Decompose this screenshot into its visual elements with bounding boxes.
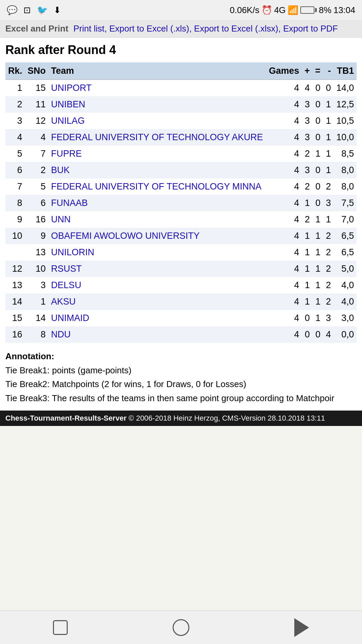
cell-team[interactable]: NDU [48, 326, 266, 343]
cell-plus: 3 [302, 113, 312, 129]
cell-rk: 9 [5, 211, 25, 228]
cell-sno: 3 [25, 277, 48, 293]
cell-rk: 15 [5, 310, 25, 326]
cell-games: 4 [266, 162, 302, 178]
col-sno: SNo [25, 62, 48, 80]
footer-brand: Chess-Tournament-Results-Server [5, 414, 126, 422]
cell-rk: 5 [5, 146, 25, 162]
cell-minus: 3 [323, 195, 334, 211]
table-row: 3 12 UNILAG 4 3 0 1 10,5 [5, 113, 357, 129]
status-icons: 💬 ⊡ 🐦 ⬇ [7, 5, 61, 15]
speed-indicator: 0.06K/s [230, 5, 259, 15]
cell-team[interactable]: FEDERAL UNIVERSITY OF TECHNOLOGY MINNA [48, 178, 266, 195]
cell-team[interactable]: FUNAAB [48, 195, 266, 211]
table-row: 5 7 FUPRE 4 2 1 1 8,5 [5, 146, 357, 162]
cell-sno: 7 [25, 146, 48, 162]
cell-games: 4 [266, 80, 302, 97]
battery-icon [300, 6, 317, 14]
cell-tb1: 8,0 [334, 178, 357, 195]
cell-equals: 0 [312, 178, 323, 195]
alarm-icon: ⏰ [261, 5, 272, 15]
cell-equals: 1 [312, 293, 323, 310]
cell-minus: 2 [323, 277, 334, 293]
cell-sno: 9 [25, 228, 48, 244]
table-row: 14 1 AKSU 4 1 1 2 4,0 [5, 293, 357, 310]
cell-equals: 1 [312, 211, 323, 228]
cell-plus: 2 [302, 178, 312, 195]
main-content: Rank after Round 4 Rk. SNo Team Games + … [0, 38, 362, 411]
table-row: 12 10 RSUST 4 1 1 2 5,0 [5, 261, 357, 277]
footer: Chess-Tournament-Results-Server © 2006-2… [0, 411, 362, 426]
cell-equals: 0 [312, 113, 323, 129]
col-minus: - [323, 62, 334, 80]
table-row: 8 6 FUNAAB 4 1 0 3 7,5 [5, 195, 357, 211]
cell-team[interactable]: RSUST [48, 261, 266, 277]
cell-team[interactable]: DELSU [48, 277, 266, 293]
cell-tb1: 8,0 [334, 162, 357, 178]
save-icon: ⊡ [23, 5, 31, 15]
cell-team[interactable]: UNIPORT [48, 80, 266, 97]
battery-percent: 8% [319, 5, 331, 15]
cell-minus: 1 [323, 96, 334, 113]
cell-sno: 8 [25, 326, 48, 343]
table-row: 10 9 OBAFEMI AWOLOWO UNIVERSITY 4 1 1 2 … [5, 228, 357, 244]
cell-tb1: 3,0 [334, 310, 357, 326]
col-plus: + [302, 62, 312, 80]
chat-icon: 💬 [7, 5, 17, 15]
cell-sno: 14 [25, 310, 48, 326]
circle-icon [173, 619, 189, 636]
cell-rk: 10 [5, 228, 25, 244]
cell-equals: 0 [312, 96, 323, 113]
clock: 13:04 [334, 5, 355, 15]
cell-minus: 2 [323, 244, 334, 261]
cell-minus: 1 [323, 211, 334, 228]
cell-sno: 12 [25, 113, 48, 129]
cell-rk: 1 [5, 80, 25, 97]
nav-back-button[interactable] [49, 616, 72, 639]
cell-sno: 11 [25, 96, 48, 113]
cell-team[interactable]: OBAFEMI AWOLOWO UNIVERSITY [48, 228, 266, 244]
table-row: 15 14 UNIMAID 4 0 1 3 3,0 [5, 310, 357, 326]
cell-plus: 2 [302, 211, 312, 228]
cell-rk: 12 [5, 261, 25, 277]
nav-recents-button[interactable] [290, 616, 313, 639]
cell-team[interactable]: BUK [48, 162, 266, 178]
col-rk: Rk. [5, 62, 25, 80]
cell-plus: 0 [302, 310, 312, 326]
cell-team[interactable]: UNIBEN [48, 96, 266, 113]
toolbar-links[interactable]: Print list, Export to Excel (.xls), Expo… [73, 23, 338, 34]
cell-minus: 2 [323, 261, 334, 277]
table-row: 4 4 FEDERAL UNIVERSITY OF TECHNOLOGY AKU… [5, 129, 357, 146]
nav-home-button[interactable] [169, 616, 193, 639]
twitter-icon: 🐦 [37, 5, 48, 15]
cell-team[interactable]: AKSU [48, 293, 266, 310]
cell-games: 4 [266, 244, 302, 261]
cell-equals: 1 [312, 261, 323, 277]
cell-team[interactable]: FUPRE [48, 146, 266, 162]
cell-equals: 1 [312, 146, 323, 162]
cell-tb1: 10,0 [334, 129, 357, 146]
cell-tb1: 4,0 [334, 293, 357, 310]
cell-team[interactable]: UNILAG [48, 113, 266, 129]
cell-equals: 1 [312, 228, 323, 244]
cell-tb1: 10,5 [334, 113, 357, 129]
cell-games: 4 [266, 261, 302, 277]
cell-minus: 1 [323, 162, 334, 178]
col-games: Games [266, 62, 302, 80]
table-row: 7 5 FEDERAL UNIVERSITY OF TECHNOLOGY MIN… [5, 178, 357, 195]
cell-minus: 1 [323, 146, 334, 162]
cell-plus: 1 [302, 244, 312, 261]
cell-team[interactable]: UNILORIN [48, 244, 266, 261]
cell-tb1: 7,5 [334, 195, 357, 211]
cell-equals: 0 [312, 326, 323, 343]
table-row: 2 11 UNIBEN 4 3 0 1 12,5 [5, 96, 357, 113]
cell-team[interactable]: FEDERAL UNIVERSITY OF TECHNOLOGY AKURE [48, 129, 266, 146]
cell-rk: 7 [5, 178, 25, 195]
cell-minus: 2 [323, 228, 334, 244]
col-equals: = [312, 62, 323, 80]
cell-team[interactable]: UNIMAID [48, 310, 266, 326]
cell-rk: 16 [5, 326, 25, 343]
cell-minus: 2 [323, 178, 334, 195]
annotation-line3: Tie Break3: The results of the teams in … [5, 391, 357, 406]
cell-team[interactable]: UNN [48, 211, 266, 228]
